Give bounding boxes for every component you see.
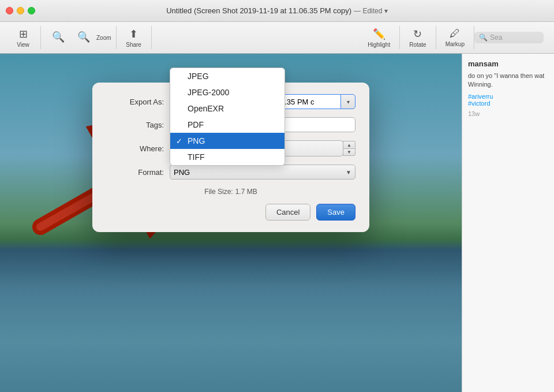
format-value: PNG bbox=[174, 168, 190, 177]
right-sidebar: mansam do on yo "I wanna then wat Winnin… bbox=[462, 54, 554, 392]
rotate-label: Rotate bbox=[409, 42, 426, 48]
zoom-in-icon: 🔍 bbox=[77, 31, 90, 43]
format-option-tiff[interactable]: TIFF bbox=[170, 149, 285, 165]
format-row: Format: PNG ▼ JPEG JPEG-2000 bbox=[106, 165, 355, 180]
minimize-button[interactable] bbox=[17, 7, 24, 14]
rotate-button[interactable]: ↻ Rotate bbox=[405, 25, 431, 50]
format-chevron: ▼ bbox=[346, 169, 351, 176]
toolbar-group-share: ⬆ Share bbox=[117, 26, 152, 49]
export-as-label: Export As: bbox=[106, 98, 164, 106]
rotate-icon: ↻ bbox=[413, 28, 422, 40]
markup-icon: 🖊 bbox=[450, 28, 460, 40]
stepper-down[interactable]: ▼ bbox=[343, 148, 355, 156]
sidebar-hashtag2[interactable]: #victord bbox=[468, 100, 548, 107]
pdf-label: PDF bbox=[188, 120, 204, 129]
dialog-buttons: Cancel Save bbox=[106, 204, 355, 221]
format-select[interactable]: PNG ▼ bbox=[170, 165, 355, 180]
format-option-png[interactable]: ✓ PNG bbox=[170, 133, 285, 149]
format-option-pdf[interactable]: PDF bbox=[170, 117, 285, 133]
toolbar-group-markup: 🖊 Markup bbox=[436, 26, 474, 49]
png-label: PNG bbox=[188, 136, 205, 145]
sidebar-text: do on yo "I wanna then wat Winning. bbox=[468, 72, 548, 89]
zoom-out-icon: 🔍 bbox=[52, 31, 65, 43]
toolbar-group-rotate: ↻ Rotate bbox=[400, 26, 436, 49]
toolbar-group-highlight: ✏️ Highlight bbox=[358, 26, 400, 49]
highlight-button[interactable]: ✏️ Highlight bbox=[363, 25, 395, 50]
file-size-row: File Size: 1.7 MB bbox=[106, 188, 355, 196]
toolbar-group-zoom: 🔍 🔍 Zoom bbox=[41, 26, 117, 49]
view-button[interactable]: ⊞ View bbox=[10, 25, 36, 50]
zoom-in-button[interactable]: 🔍 bbox=[71, 28, 96, 47]
format-dropdown-popup: JPEG JPEG-2000 OpenEXR PDF ✓ bbox=[170, 68, 285, 166]
export-dialog: Export As: ▾ Tags: Where: bbox=[92, 83, 369, 232]
dialog-overlay: Export As: ▾ Tags: Where: bbox=[0, 54, 462, 392]
edited-badge: — Edited ▾ bbox=[354, 7, 388, 15]
export-as-dropdown-button[interactable]: ▾ bbox=[340, 94, 355, 109]
save-button[interactable]: Save bbox=[316, 204, 355, 221]
format-label: Format: bbox=[106, 168, 164, 177]
highlight-icon: ✏️ bbox=[373, 28, 385, 40]
file-size-label: File Size: bbox=[204, 188, 233, 196]
close-button[interactable] bbox=[6, 7, 13, 14]
zoom-label: Zoom bbox=[96, 35, 111, 41]
openexr-label: OpenEXR bbox=[188, 104, 224, 113]
search-box[interactable]: 🔍 Sea bbox=[474, 32, 544, 43]
sidebar-time: 13w bbox=[468, 110, 548, 117]
main-content: Export As: ▾ Tags: Where: bbox=[0, 54, 554, 392]
window-title: Untitled (Screen Shot 2019-11-19 at 11.0… bbox=[166, 6, 351, 15]
where-stepper: ▲ ▼ bbox=[343, 141, 355, 156]
format-option-jpeg[interactable]: JPEG bbox=[170, 68, 285, 84]
search-text: Sea bbox=[490, 33, 502, 42]
title-bar: Untitled (Screen Shot 2019-11-19 at 11.0… bbox=[0, 0, 554, 22]
search-icon: 🔍 bbox=[479, 33, 488, 42]
jpeg-label: JPEG bbox=[188, 72, 209, 81]
toolbar-group-view: ⊞ View bbox=[6, 26, 41, 49]
sidebar-username: mansam bbox=[468, 59, 548, 68]
cancel-button[interactable]: Cancel bbox=[265, 204, 310, 221]
tiff-label: TIFF bbox=[188, 152, 205, 162]
markup-button[interactable]: 🖊 Markup bbox=[441, 25, 469, 50]
view-label: View bbox=[17, 42, 29, 48]
stepper-up[interactable]: ▲ bbox=[343, 141, 355, 148]
share-button[interactable]: ⬆ Share bbox=[121, 25, 147, 50]
markup-label: Markup bbox=[446, 41, 465, 47]
sidebar-hashtag1[interactable]: #ariverru bbox=[468, 93, 548, 100]
photo-area: Export As: ▾ Tags: Where: bbox=[0, 54, 462, 392]
where-label: Where: bbox=[106, 144, 164, 153]
file-size-value: 1.7 MB bbox=[235, 188, 257, 196]
format-option-jpeg2000[interactable]: JPEG-2000 bbox=[170, 84, 285, 100]
png-check: ✓ bbox=[176, 137, 182, 145]
format-option-openexr[interactable]: OpenEXR bbox=[170, 100, 285, 117]
maximize-button[interactable] bbox=[28, 7, 35, 14]
toolbar: ⊞ View 🔍 🔍 Zoom ⬆ Share ✏️ Highlight ↻ R… bbox=[0, 22, 554, 54]
zoom-out-button[interactable]: 🔍 bbox=[46, 28, 71, 47]
share-label: Share bbox=[126, 42, 141, 48]
jpeg2000-label: JPEG-2000 bbox=[188, 88, 229, 97]
view-icon: ⊞ bbox=[19, 28, 28, 40]
share-icon: ⬆ bbox=[129, 28, 138, 40]
traffic-lights bbox=[6, 7, 35, 14]
highlight-label: Highlight bbox=[368, 42, 390, 48]
tags-label: Tags: bbox=[106, 121, 164, 129]
